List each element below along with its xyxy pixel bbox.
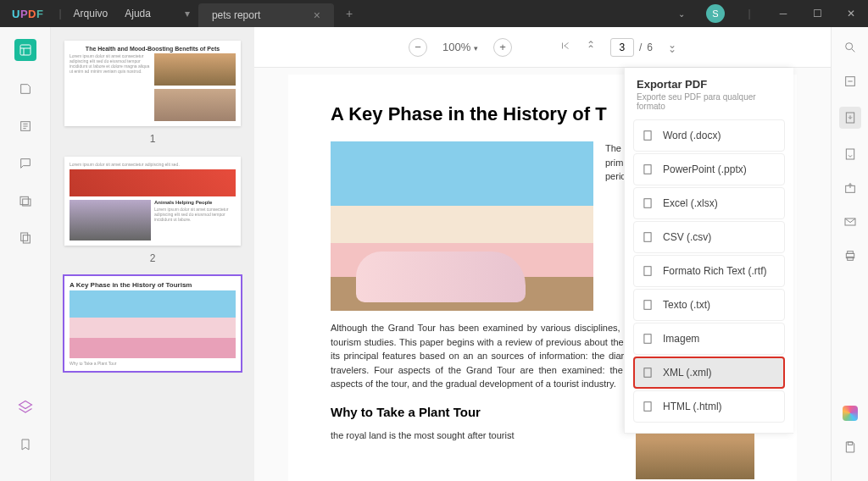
thumbnail-page-3[interactable]: A Key Phase in the History of Tourism Wh… <box>64 276 241 371</box>
first-page-icon[interactable] <box>559 40 571 54</box>
thumbnail-panel: The Health and Mood-Boosting Benefits of… <box>51 27 254 481</box>
minimize-icon[interactable]: ─ <box>766 0 800 27</box>
close-tab-icon[interactable]: × <box>314 8 320 22</box>
share-icon[interactable] <box>842 180 859 196</box>
export-item-label: CSV (.csv) <box>663 231 711 243</box>
file-type-icon <box>641 298 654 312</box>
menu-file[interactable]: Arquivo <box>65 8 117 19</box>
window-menu-dropdown-icon[interactable]: ⌄ <box>665 0 698 27</box>
export-item-label: PowerPoint (.pptx) <box>663 163 747 175</box>
close-window-icon[interactable]: ✕ <box>834 0 868 27</box>
add-tab-icon[interactable]: + <box>334 7 364 20</box>
zoom-in-icon[interactable]: + <box>493 38 512 57</box>
file-type-icon <box>641 230 654 244</box>
titlebar: UPDF | Arquivo Ajuda ▾ pets report × + ⌄… <box>0 0 868 27</box>
layers-icon[interactable] <box>16 398 35 417</box>
export-item-xml[interactable]: XML (.xml) <box>633 357 785 389</box>
svg-rect-18 <box>846 149 854 159</box>
export-item-label: XML (.xml) <box>663 367 712 379</box>
attachments-icon[interactable] <box>16 191 35 210</box>
page-sep: / <box>639 41 642 53</box>
svg-rect-8 <box>644 199 651 208</box>
print-icon[interactable] <box>842 247 859 264</box>
doc-image-main <box>331 141 593 311</box>
svg-rect-10 <box>644 267 651 276</box>
export-item-formato[interactable]: Formato Rich Text (.rtf) <box>633 255 785 287</box>
svg-point-15 <box>845 43 852 50</box>
svg-rect-9 <box>644 233 651 242</box>
export-item-texto[interactable]: Texto (.txt) <box>633 289 785 321</box>
thumbnails-mode-icon[interactable] <box>14 39 36 61</box>
save-icon[interactable] <box>842 439 859 456</box>
left-sidebar <box>0 27 51 481</box>
layers-list-icon[interactable] <box>16 229 35 247</box>
export-item-label: HTML (.html) <box>663 401 722 412</box>
file-type-icon <box>641 129 654 142</box>
comments-icon[interactable] <box>16 154 35 173</box>
tab-title: pets report <box>212 9 260 21</box>
svg-rect-24 <box>848 442 852 445</box>
file-type-icon <box>641 366 654 379</box>
svg-rect-12 <box>644 334 651 344</box>
menu-help[interactable]: Ajuda <box>116 8 159 19</box>
export-item-imagem[interactable]: Imagem <box>633 323 785 355</box>
export-item-word[interactable]: Word (.docx) <box>633 119 785 152</box>
export-title: Exportar PDF <box>637 78 782 91</box>
svg-rect-0 <box>20 45 31 55</box>
svg-rect-5 <box>23 235 30 243</box>
export-item-csv[interactable]: CSV (.csv) <box>633 221 785 253</box>
search-icon[interactable] <box>842 39 859 56</box>
theme-icon[interactable] <box>842 405 859 422</box>
export-pdf-icon[interactable] <box>839 107 861 129</box>
page-indicator: / 6 <box>610 38 653 57</box>
user-avatar[interactable]: S <box>698 0 732 27</box>
svg-rect-13 <box>644 368 651 378</box>
svg-rect-6 <box>644 131 651 141</box>
ocr-icon[interactable] <box>842 73 859 90</box>
file-type-icon <box>641 196 654 210</box>
svg-rect-22 <box>847 252 853 254</box>
main-viewer: − 100% ▾ + ⌃⌃ / 6 ⌄⌄ A Key Phase in the … <box>254 27 831 481</box>
export-item-powerpoint[interactable]: PowerPoint (.pptx) <box>633 153 785 185</box>
export-item-label: Texto (.txt) <box>663 299 710 311</box>
next-page-icon[interactable]: ⌄⌄ <box>668 43 676 52</box>
svg-rect-23 <box>847 257 853 260</box>
export-item-label: Word (.docx) <box>663 130 721 141</box>
svg-rect-14 <box>644 402 651 412</box>
page-number-2: 2 <box>64 252 241 264</box>
viewer-toolbar: − 100% ▾ + ⌃⌃ / 6 ⌄⌄ <box>254 27 831 68</box>
svg-rect-4 <box>20 233 27 240</box>
tab-dropdown-icon[interactable]: ▾ <box>176 8 198 19</box>
svg-rect-2 <box>20 196 28 204</box>
export-item-excel[interactable]: Excel (.xlsx) <box>633 187 785 219</box>
zoom-level[interactable]: 100% ▾ <box>442 41 478 53</box>
email-icon[interactable] <box>842 213 859 230</box>
document-tab[interactable]: pets report × <box>198 3 334 27</box>
bookmarks-icon[interactable] <box>16 80 35 98</box>
export-item-label: Formato Rich Text (.rtf) <box>663 265 766 277</box>
export-item-label: Imagem <box>663 333 699 345</box>
convert-icon[interactable] <box>842 146 859 163</box>
maximize-icon[interactable]: ☐ <box>800 0 834 27</box>
app-logo: UPDF <box>0 8 55 20</box>
file-type-icon <box>641 400 654 413</box>
export-subtitle: Exporte seu PDF para qualquer formato <box>637 92 782 111</box>
prev-page-icon[interactable]: ⌃⌃ <box>587 43 595 52</box>
file-type-icon <box>641 163 654 176</box>
thumbnail-page-1[interactable]: The Health and Mood-Boosting Benefits of… <box>64 41 241 126</box>
bookmark-icon[interactable] <box>16 435 35 454</box>
export-item-html[interactable]: HTML (.html) <box>633 390 785 423</box>
zoom-out-icon[interactable]: − <box>409 38 427 57</box>
thumbnail-page-2[interactable]: Lorem ipsum dolor sit amet consectetur a… <box>64 157 241 246</box>
current-page-input[interactable] <box>610 38 634 57</box>
svg-rect-7 <box>644 165 651 174</box>
doc-image-2 <box>636 428 754 479</box>
total-pages: 6 <box>647 41 653 53</box>
file-type-icon <box>641 264 654 278</box>
annotations-icon[interactable] <box>16 117 35 135</box>
right-sidebar <box>831 27 868 481</box>
page-number-1: 1 <box>64 133 241 145</box>
export-panel: Exportar PDF Exporte seu PDF para qualqu… <box>624 68 793 434</box>
file-type-icon <box>641 332 654 346</box>
export-item-label: Excel (.xlsx) <box>663 197 718 209</box>
